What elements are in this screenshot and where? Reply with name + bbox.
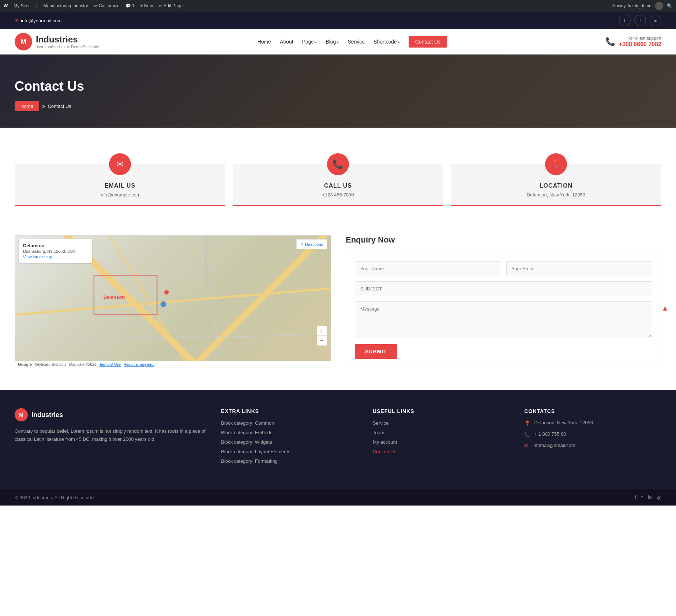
list-item: Block category: Common [221,420,358,426]
form-box: SUBMIT [346,252,661,368]
email-input[interactable] [506,261,653,276]
subject-input[interactable] [355,281,652,296]
main-header: M Industries Just another Luzuk Demo Sit… [0,29,676,55]
facebook-icon[interactable]: f [619,15,631,26]
footer-facebook[interactable]: f [635,495,636,500]
breadcrumb-current: Contact Us [48,104,71,109]
useful-link-myaccount[interactable]: My account [373,439,397,445]
footer-twitter[interactable]: t [641,495,643,500]
map-data-info: Map data ©2021 [69,363,96,367]
logo-text: Industries Just another Luzuk Demo Sites… [36,34,99,49]
location-card-icon: 📍 [545,153,567,175]
contact-cards: ✉ EMAIL US info@example.com 📞 CALL US +1… [0,150,676,221]
client-support: 📞 For client support +098 6660 7082 [605,36,661,48]
footer-contacts-title: CONTATCS [524,408,661,414]
map-view-larger[interactable]: View larger map [23,255,52,259]
list-item: Team [373,429,510,435]
admin-new[interactable]: + New [140,3,153,8]
map-zoom-in[interactable]: + [317,326,327,336]
extra-link-2[interactable]: Block category: Widgets [221,439,272,445]
svg-point-6 [161,301,166,307]
footer-linkedin[interactable]: in [648,495,652,500]
map-place-address: Duanesburg, NY 12053, USA [23,249,87,253]
message-textarea[interactable] [355,301,652,338]
admin-howdy: Howdy, luzuk_demo [612,3,651,8]
map-form-section: Delanson Delanson Duanesburg, NY 12053, … [0,228,676,390]
nav-shortcode[interactable]: Shortcode [373,39,400,45]
footer-address: Delanson, New York, 12053 [534,420,593,425]
admin-my-sites[interactable]: My Sites [14,3,30,8]
footer-brand-desc: Contrary to popular belief, Lorem Ipsum … [15,427,206,443]
footer-useful-title: USEFUL LINKS [373,408,510,414]
list-item: Block category: Widgets [221,439,358,445]
breadcrumb: Home » Contact Us [15,101,661,111]
support-label: For client support [619,36,661,41]
logo-icon: M [15,33,32,50]
map-report[interactable]: Report a map error [124,363,154,367]
page-hero: Contact Us Home » Contact Us [0,55,676,128]
footer-bottom: © 2020 Industries. All Right Reserved f … [0,489,676,506]
phone-card-value: +123 456 7890 [240,192,436,198]
phone-footer-icon: 📞 [524,432,530,437]
nav-home[interactable]: Home [258,39,271,45]
admin-site-name[interactable]: Manufacturing Industry [43,3,88,8]
phone-card-icon: 📞 [327,153,349,175]
name-input[interactable] [355,261,501,276]
twitter-icon[interactable]: t [634,15,646,26]
admin-bar-divider: | [36,3,37,8]
extra-link-0[interactable]: Block category: Common [221,420,274,426]
top-email: info@yourmail.com [15,18,61,23]
search-icon[interactable]: 🔍 [667,3,672,8]
extra-link-1[interactable]: Block category: Embeds [221,430,272,435]
copyright: © 2020 Industries. All Right Reserved [15,495,94,500]
footer-logo-row: M Industries [15,408,206,421]
wp-logo-item[interactable]: W [4,3,8,8]
email-card-value: info@example.com [22,192,218,198]
footer-extra-title: EXTRA LINKS [221,408,358,414]
linkedin-icon[interactable]: in [650,15,661,26]
map-directions-btn[interactable]: ↗ Directions [296,239,327,249]
scroll-arrow[interactable]: ▲ [661,304,669,312]
admin-customize[interactable]: ✏ Customize [94,3,120,8]
main-nav: Home About Page Blog Service Shortcode C… [258,36,447,48]
logo-tagline: Just another Luzuk Demo Sites site [36,45,99,49]
contact-card-email: ✉ EMAIL US info@example.com [15,164,225,206]
admin-comments[interactable]: 💬 1 [125,3,135,8]
footer-grid: M Industries Contrary to popular belief,… [15,408,661,467]
phone-card-title: CALL US [240,183,436,189]
nav-page[interactable]: Page [302,39,317,45]
admin-edit-page[interactable]: ✏ Edit Page [159,3,183,8]
footer-contacts: CONTATCS 📍 Delanson, New York, 12053 📞 +… [524,408,661,467]
svg-text:Delanson: Delanson [104,294,125,300]
useful-link-contact[interactable]: Contact Us [373,449,396,454]
extra-link-4[interactable]: Block category: Formatting [221,458,278,464]
wp-icon: W [4,3,8,8]
list-item: Block category: Formatting [221,458,358,464]
google-logo: Google [18,362,32,367]
map-bg: Delanson Delanson Duanesburg, NY 12053, … [15,236,331,368]
nav-contact[interactable]: Contact Us [409,36,447,48]
nav-about[interactable]: About [280,39,293,45]
nav-blog[interactable]: Blog [326,39,339,45]
footer-logo-icon: M [15,408,28,421]
footer-bottom-social: f t in ◎ [635,495,661,500]
footer: M Industries Contrary to popular belief,… [0,390,676,489]
useful-link-service[interactable]: Service [373,420,388,426]
extra-link-3[interactable]: Block category: Layout Elements [221,449,290,454]
contact-card-location: 📍 LOCATION Delanson, New York, 12053 [451,164,661,206]
map-keyboard-shortcuts: Keyboard shortcuts [35,363,66,367]
nav-service[interactable]: Service [348,39,365,45]
submit-button[interactable]: SUBMIT [355,344,397,359]
form-row-subject [355,281,652,296]
map-terms[interactable]: Terms of Use [99,363,121,367]
map-zoom-out[interactable]: − [317,336,327,345]
list-item: Block category: Embeds [221,429,358,435]
useful-link-team[interactable]: Team [373,430,384,435]
directions-icon: ↗ [300,242,304,247]
social-icons: f t in [619,15,661,26]
logo[interactable]: M Industries Just another Luzuk Demo Sit… [15,33,99,50]
breadcrumb-home-link[interactable]: Home [15,101,39,111]
footer-phone-item: 📞 + 1 800 755 60 [524,431,661,437]
footer-instagram[interactable]: ◎ [657,495,661,500]
top-info-bar: info@yourmail.com f t in [0,12,676,29]
